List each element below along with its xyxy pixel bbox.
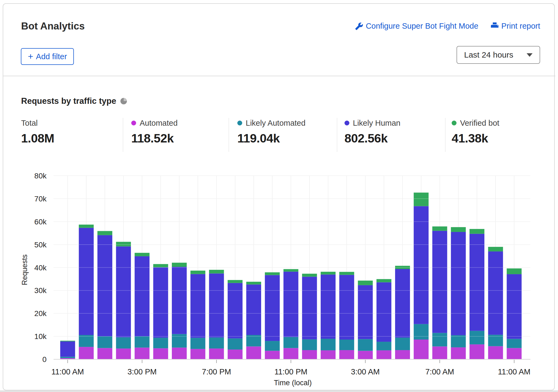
configure-link-label: Configure Super Bot Fight Mode [366,22,478,31]
print-link-label: Print report [501,22,540,31]
page-title: Bot Analytics [21,21,85,32]
stat-label: Automated [140,119,178,128]
add-filter-button[interactable]: + Add filter [21,48,74,65]
section-title: Requests by traffic type [21,96,116,106]
printer-icon [491,22,498,30]
stat-label: Likely Human [353,119,401,128]
stat-divider [123,118,123,152]
stat-label: Likely Automated [246,119,306,128]
configure-super-bot-fight-mode-link[interactable]: Configure Super Bot Fight Mode [355,22,478,31]
automated-legend-dot [131,121,136,125]
add-filter-label: Add filter [36,52,67,61]
stat-divider [229,118,229,152]
pie-chart-icon [120,98,127,104]
stat-value: 802.56k [344,131,401,145]
time-range-value: Last 24 hours [464,50,513,59]
stat-label: Total [21,119,38,128]
print-report-link[interactable]: Print report [491,22,540,31]
stat-label: Verified bot [460,119,499,128]
likely-human-legend-dot [344,121,349,125]
header-actions: Configure Super Bot Fight Mode Print rep… [355,22,540,31]
header-divider [3,76,555,76]
section-title-row: Requests by traffic type [21,96,127,106]
stat-likely-automated: Likely Automated 119.04k [237,118,306,145]
stat-divider [337,118,337,152]
chevron-down-icon [527,53,533,57]
stat-value: 118.52k [131,131,178,145]
verified-bot-legend-dot [452,121,457,125]
stat-verified-bot: Verified bot 41.38k [452,118,499,145]
stat-divider [445,118,445,152]
wrench-icon [355,22,363,30]
bottom-divider [0,390,558,392]
bot-analytics-page: Bot Analytics Configure Super Bot Fight … [0,0,558,392]
stat-likely-human: Likely Human 802.56k [344,118,401,145]
stat-automated: Automated 118.52k [131,118,178,145]
likely-automated-legend-dot [237,121,242,125]
stat-value: 1.08M [21,131,54,145]
plus-icon: + [28,52,33,61]
stat-total: Total 1.08M [21,118,54,145]
stat-value: 41.38k [452,131,499,145]
stat-value: 119.04k [237,131,306,145]
time-range-select[interactable]: Last 24 hours [457,46,540,64]
